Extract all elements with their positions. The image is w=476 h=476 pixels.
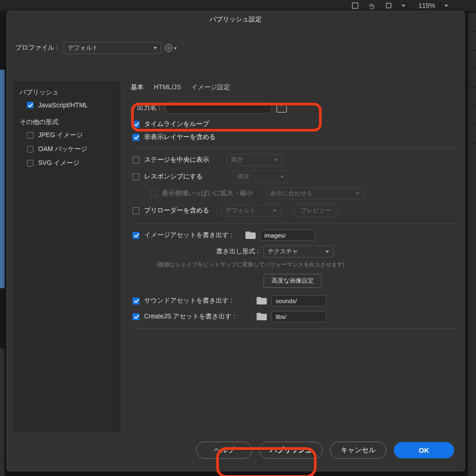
folder-icon[interactable] xyxy=(245,231,256,239)
chevron-down-icon xyxy=(402,5,405,7)
chevron-down-icon xyxy=(280,176,284,178)
export-hint: (複雑なシェイプをビットマップに変換してパフォーマンスを向上させます) xyxy=(128,260,456,271)
divider xyxy=(132,328,456,329)
dialog-title: パブリッシュ設定 xyxy=(7,12,464,28)
chevron-down-icon xyxy=(444,5,448,7)
preloader-label: プリローダーを含める xyxy=(144,206,209,215)
sidebar-item-label: OAM パッケージ xyxy=(38,145,87,153)
checkbox-export-sounds[interactable] xyxy=(132,298,139,304)
profile-select[interactable]: デフォルト xyxy=(64,42,161,54)
cancel-button[interactable]: キャンセル xyxy=(330,442,386,459)
sidebar-item-label: JavaScript/HTML xyxy=(38,101,88,109)
folder-icon[interactable] xyxy=(257,297,267,304)
sidebar-item-oam[interactable]: OAM パッケージ xyxy=(14,142,120,156)
advanced-image-settings-button[interactable]: 高度な画像設定 xyxy=(264,274,322,288)
divider xyxy=(132,223,456,224)
responsive-label: レスポンシブにする xyxy=(144,172,203,181)
checkbox-export-images[interactable] xyxy=(132,232,139,239)
export-format-label: 書き出し形式 : xyxy=(132,247,259,256)
fill-viewport-select: 表示に合わせる xyxy=(266,187,364,199)
center-stage-label: ステージを中央に表示 xyxy=(144,156,209,164)
chevron-down-icon xyxy=(153,47,157,49)
include-hidden-label: 非表示レイヤーを含める xyxy=(144,133,216,141)
checkbox-export-createjs[interactable] xyxy=(132,313,139,320)
checkbox-icon[interactable] xyxy=(27,132,33,139)
bg-timeline-strip xyxy=(0,70,5,288)
checkbox-checked-icon[interactable] xyxy=(27,102,33,108)
export-createjs-label: CreateJS アセットを書き出す : xyxy=(144,312,252,321)
preview-button: プレビュー xyxy=(294,204,338,217)
output-name-row: 出力名 : xyxy=(128,98,456,118)
svg-rect-0 xyxy=(352,3,358,8)
sidebar-item-label: SVG イメージ xyxy=(38,159,79,167)
checkbox-icon[interactable] xyxy=(27,146,33,152)
sidebar-item-label: JPEG イメージ xyxy=(38,131,83,139)
fill-viewport-label: 表示領域いっぱいに拡大・縮小 xyxy=(162,189,253,198)
sidebar-item-svg[interactable]: SVG イメージ xyxy=(14,156,120,170)
center-stage-select[interactable]: 両方 xyxy=(227,154,282,166)
sidebar-section-other: その他の形式 xyxy=(14,115,120,128)
loop-timeline-label: タイムラインをループ xyxy=(144,120,209,128)
sidebar-item-jshtml[interactable]: JavaScript/HTML xyxy=(14,99,120,112)
app-toolbar: 115% xyxy=(0,0,476,11)
gear-menu-caret: ▾ xyxy=(174,46,177,51)
profile-value: デフォルト xyxy=(68,44,98,52)
chevron-down-icon xyxy=(356,192,359,195)
bg-panel-strip xyxy=(0,349,5,476)
folder-open-icon[interactable] xyxy=(277,104,286,112)
publish-settings-dialog: パブリッシュ設定 プロファイル : デフォルト ▾ パブリッシュ JavaScr… xyxy=(7,11,465,471)
export-sounds-label: サウンドアセットを書き出す : xyxy=(144,297,252,305)
crop-icon xyxy=(385,2,392,9)
sidebar-item-jpeg[interactable]: JPEG イメージ xyxy=(14,128,120,142)
checkbox-icon[interactable] xyxy=(27,160,33,166)
ok-button[interactable]: OK xyxy=(394,442,454,458)
settings-tabs: 基本 HTML/JS イメージ設定 xyxy=(128,81,456,98)
profile-label: プロファイル : xyxy=(15,44,58,52)
tab-image-settings[interactable]: イメージ設定 xyxy=(191,83,230,93)
export-format-select[interactable]: テクスチャ xyxy=(264,245,333,258)
sidebar-section-publish: パブリッシュ xyxy=(14,86,120,99)
gear-icon[interactable] xyxy=(165,44,172,52)
checkbox-include-hidden[interactable] xyxy=(132,134,139,141)
help-button[interactable]: ヘルプ xyxy=(196,442,252,459)
svg-rect-1 xyxy=(386,3,391,8)
export-format-value: テクスチャ xyxy=(268,247,298,256)
checkbox-fill-viewport xyxy=(150,190,157,197)
publish-button[interactable]: パブリッシュ xyxy=(259,442,323,459)
responsive-value: 両方 xyxy=(238,172,250,181)
zoom-level[interactable]: 115% xyxy=(418,2,435,9)
divider xyxy=(132,147,456,148)
checkbox-center-stage[interactable] xyxy=(132,157,139,164)
folder-icon[interactable] xyxy=(257,313,267,320)
settings-main: 基本 HTML/JS イメージ設定 出力名 : タイムラインをループ 非表示レイ… xyxy=(126,81,458,432)
sounds-path-input[interactable]: sounds/ xyxy=(271,295,326,306)
images-path-input[interactable]: images/ xyxy=(260,230,315,241)
fill-viewport-value: 表示に合わせる xyxy=(270,189,312,198)
responsive-select[interactable]: 両方 xyxy=(233,171,288,183)
output-name-input[interactable] xyxy=(165,102,272,114)
tab-basic[interactable]: 基本 xyxy=(131,83,144,93)
bg-right-panel xyxy=(468,13,476,476)
export-images-label: イメージアセットを書き出す : xyxy=(144,231,235,239)
checkbox-responsive[interactable] xyxy=(132,173,139,180)
center-stage-value: 両方 xyxy=(231,156,243,164)
preloader-value: デフォルト xyxy=(225,206,256,215)
format-sidebar: パブリッシュ JavaScript/HTML その他の形式 JPEG イメージ … xyxy=(13,81,120,432)
checkbox-loop-timeline[interactable] xyxy=(132,121,139,128)
tab-htmljs[interactable]: HTML/JS xyxy=(154,83,181,93)
chevron-down-icon xyxy=(273,210,277,212)
preloader-select: デフォルト xyxy=(221,205,281,217)
checkbox-preloader[interactable] xyxy=(132,207,139,214)
dialog-footer: ヘルプ パブリッシュ キャンセル OK xyxy=(7,432,464,471)
chevron-down-icon xyxy=(274,159,278,161)
tool-icon xyxy=(351,2,359,9)
separator xyxy=(185,33,185,63)
libs-path-input[interactable]: libs/ xyxy=(271,311,326,322)
chevron-down-icon xyxy=(325,251,329,253)
output-name-label: 出力名 : xyxy=(137,104,160,112)
hand-icon xyxy=(368,2,376,9)
